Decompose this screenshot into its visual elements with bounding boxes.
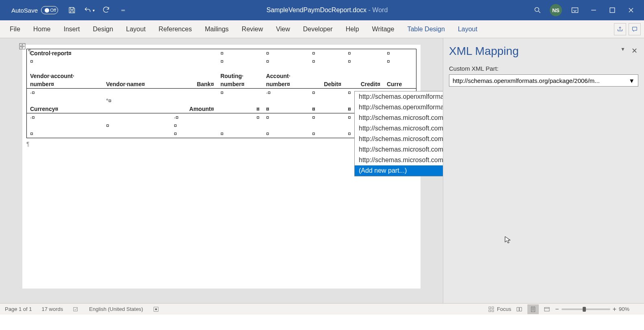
maximize-icon[interactable] [607,4,618,16]
tab-home[interactable]: Home [27,20,57,38]
document-canvas[interactable]: ¶ Control·report¤ ¤¤¤¤¤ ¤¤¤¤¤¤ Vendor·ac… [0,38,443,303]
macro-record-icon[interactable] [153,306,159,313]
svg-rect-7 [489,307,491,309]
svg-rect-8 [492,307,494,309]
pane-title: XML Mapping [449,45,638,58]
tab-developer[interactable]: Developer [297,20,339,38]
xml-part-combo[interactable]: http://schemas.openxmlformats.org/packag… [449,74,638,87]
tab-review[interactable]: Review [235,20,269,38]
dropdown-option[interactable]: http://schemas.microsoft.com/office/2006… [355,113,443,123]
window-controls: NS [550,4,637,16]
dropdown-option-add-new[interactable]: (Add new part...) [355,165,443,176]
xml-mapping-pane: XML Mapping ▼ ✕ Custom XML Part: http://… [443,38,644,303]
combo-selected-value: http://schemas.openxmlformats.org/packag… [453,77,600,84]
quick-access-toolbar: ▾ ═ [66,4,129,16]
tab-help[interactable]: Help [339,20,366,38]
table-move-handle-icon[interactable] [19,43,26,50]
dropdown-option[interactable]: http://schemas.microsoft.com/office/2006… [355,155,443,165]
table-title: Control·report¤ [27,49,217,58]
xml-part-dropdown-list: http://schemas.openxmlformats.org/packag… [354,91,443,176]
tab-view[interactable]: View [269,20,296,38]
document-title: SampleVendPaymDocReport.docx - Word [129,7,525,14]
tab-table-design[interactable]: Table Design [401,20,451,38]
comments-icon[interactable] [629,23,641,35]
spellcheck-icon[interactable] [73,306,79,313]
autosave-label: AutoSave [11,7,38,14]
dropdown-option[interactable]: http://schemas.openxmlformats.org/packag… [355,91,443,102]
dropdown-option[interactable]: http://schemas.microsoft.com/sharepoint/… [355,134,443,144]
focus-mode-button[interactable]: Focus [488,306,511,313]
qat-customize-icon[interactable]: ═ [117,4,129,16]
tab-file[interactable]: File [3,20,27,38]
ribbon-display-icon[interactable] [569,4,581,16]
svg-rect-10 [492,310,494,312]
dropdown-option[interactable]: http://schemas.openxmlformats.org/office… [355,102,443,113]
zoom-slider[interactable] [562,308,610,310]
tab-design[interactable]: Design [86,20,119,38]
status-language[interactable]: English (United States) [89,306,143,312]
autosave-toggle[interactable]: AutoSave Off [11,6,58,14]
ribbon-tabs: File Home Insert Design Layout Reference… [0,20,644,38]
close-icon[interactable] [625,4,637,16]
pane-options-icon[interactable]: ▼ [620,46,625,52]
save-icon[interactable] [66,4,78,16]
search-icon[interactable] [532,4,543,16]
status-word-count[interactable]: 17 words [42,306,63,312]
tab-table-layout[interactable]: Layout [451,20,484,38]
tab-mailings[interactable]: Mailings [198,20,235,38]
share-icon[interactable] [614,23,626,35]
svg-rect-2 [610,8,615,13]
chevron-down-icon: ▼ [629,77,635,84]
title-bar: AutoSave Off ▾ ═ SampleVendPaymDocReport… [0,0,644,20]
tab-insert[interactable]: Insert [57,20,86,38]
svg-rect-12 [544,307,549,311]
redo-icon[interactable] [100,4,112,16]
svg-rect-4 [74,307,77,311]
dropdown-option[interactable]: http://schemas.microsoft.com/sharepoint/… [355,144,443,155]
pane-combo-label: Custom XML Part: [449,65,638,72]
minimize-icon[interactable] [588,4,599,16]
svg-point-6 [155,308,157,310]
tab-references[interactable]: References [152,20,198,38]
pane-close-icon[interactable]: ✕ [631,46,637,55]
zoom-level[interactable]: 90% [619,306,629,312]
read-mode-icon[interactable] [514,304,525,314]
tab-writage[interactable]: Writage [366,20,401,38]
undo-icon[interactable]: ▾ [83,4,95,16]
zoom-in-icon[interactable]: + [613,306,616,313]
dropdown-option[interactable]: http://schemas.microsoft.com/office/2006… [355,123,443,134]
status-bar: Page 1 of 1 17 words English (United Sta… [0,303,644,315]
web-layout-icon[interactable] [541,304,553,314]
user-avatar[interactable]: NS [550,4,562,16]
tab-layout[interactable]: Layout [119,20,152,38]
svg-rect-9 [489,310,491,312]
svg-rect-11 [531,307,535,312]
zoom-out-icon[interactable]: − [555,306,559,313]
print-layout-icon[interactable] [527,304,539,314]
status-page[interactable]: Page 1 of 1 [5,306,32,312]
svg-point-0 [535,7,539,11]
